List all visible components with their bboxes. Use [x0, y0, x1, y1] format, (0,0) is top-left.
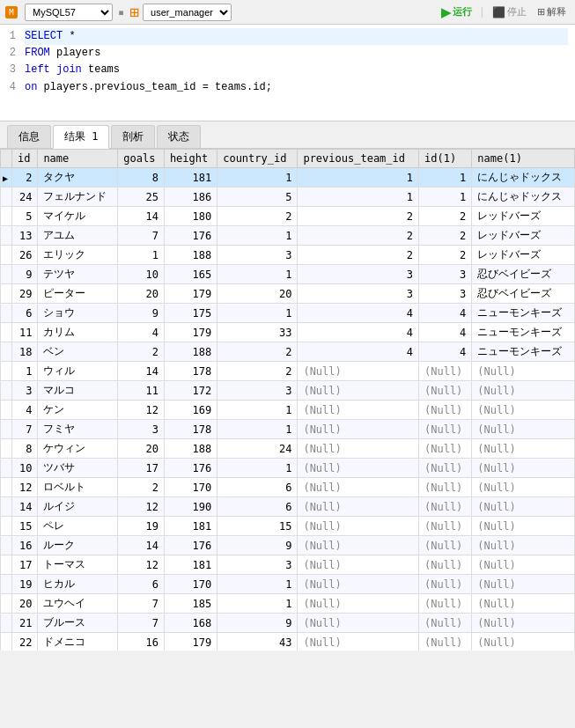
col-name[interactable]: name	[38, 150, 118, 168]
col-id1[interactable]: id(1)	[419, 150, 472, 168]
code-content[interactable]: SELECT * FROM players left join teams on…	[25, 28, 568, 96]
line-numbers: 1 2 3 4	[7, 28, 25, 96]
col-goals[interactable]: goals	[118, 150, 165, 168]
cell-id1: 1	[419, 188, 472, 207]
tab-results[interactable]: 结果 1	[53, 125, 109, 149]
table-row[interactable]: 17 トーマス 12 181 3 (Null) (Null) (Null)	[1, 555, 575, 575]
col-id[interactable]: id	[12, 150, 38, 168]
cell-id: 20	[12, 594, 38, 614]
cell-name1: (Null)	[472, 575, 575, 594]
cell-goals: 7	[118, 594, 165, 614]
cell-height: 178	[164, 362, 217, 381]
cell-name: エリック	[38, 246, 118, 265]
table-row[interactable]: 29 ピーター 20 179 20 3 3 忍びベイビーズ	[1, 284, 575, 304]
table-row[interactable]: 15 ペレ 19 181 15 (Null) (Null) (Null)	[1, 517, 575, 536]
row-indicator	[1, 342, 12, 362]
sql-editor[interactable]: 1 2 3 4 SELECT * FROM players left join …	[0, 25, 575, 121]
cell-country-id: 2	[217, 362, 298, 381]
tab-info[interactable]: 信息	[7, 125, 51, 148]
cell-country-id: 3	[217, 381, 298, 401]
toolbar: M MySQL57 ▪ ⊞ user_manager ▶ 运行 | ⬛ 停止 ⊞…	[0, 0, 575, 25]
tab-profiling[interactable]: 剖析	[111, 125, 155, 148]
cell-height: 172	[164, 381, 217, 401]
table-row[interactable]: 18 ベン 2 188 2 4 4 ニューモンキーズ	[1, 342, 575, 362]
cell-name1: (Null)	[472, 420, 575, 439]
cell-height: 168	[164, 614, 217, 633]
col-country-id[interactable]: country_id	[217, 150, 298, 168]
cell-goals: 14	[118, 536, 165, 555]
table-row[interactable]: 22 ドメニコ 16 179 43 (Null) (Null) (Null)	[1, 633, 575, 651]
table-row[interactable]: 21 ブルース 7 168 9 (Null) (Null) (Null)	[1, 614, 575, 633]
table-row[interactable]: 7 フミヤ 3 178 1 (Null) (Null) (Null)	[1, 420, 575, 439]
row-indicator	[1, 323, 12, 342]
table-row[interactable]: 26 エリック 1 188 3 2 2 レッドバーズ	[1, 246, 575, 265]
cell-name1: ニューモンキーズ	[472, 304, 575, 323]
cell-id1: (Null)	[419, 594, 472, 614]
cell-goals: 12	[118, 401, 165, 420]
cell-name1: (Null)	[472, 362, 575, 381]
cell-id: 11	[12, 323, 38, 342]
table-row[interactable]: 12 ロベルト 2 170 6 (Null) (Null) (Null)	[1, 478, 575, 497]
table-row[interactable]: 1 ウィル 14 178 2 (Null) (Null) (Null)	[1, 362, 575, 381]
row-indicator	[1, 439, 12, 459]
cell-id1: (Null)	[419, 536, 472, 555]
cell-id1: 2	[419, 226, 472, 246]
table-row[interactable]: 20 ユウヘイ 7 185 1 (Null) (Null) (Null)	[1, 594, 575, 614]
col-name1[interactable]: name(1)	[472, 150, 575, 168]
table-row[interactable]: 9 テツヤ 10 165 1 3 3 忍びベイビーズ	[1, 265, 575, 284]
table-row[interactable]: ▶ 2 タクヤ 8 181 1 1 1 にんじゃドックス	[1, 168, 575, 188]
stop-button[interactable]: ⬛ 停止	[489, 4, 530, 20]
cell-country-id: 15	[217, 517, 298, 536]
col-height[interactable]: height	[164, 150, 217, 168]
table-row[interactable]: 3 マルコ 11 172 3 (Null) (Null) (Null)	[1, 381, 575, 401]
tab-status[interactable]: 状态	[157, 125, 201, 148]
cell-id1: 3	[419, 284, 472, 304]
table-row[interactable]: 11 カリム 4 179 33 4 4 ニューモンキーズ	[1, 323, 575, 342]
cell-name1: にんじゃドックス	[472, 188, 575, 207]
cell-name1: (Null)	[472, 536, 575, 555]
run-button[interactable]: ▶ 运行	[438, 4, 475, 21]
cell-id: 24	[12, 188, 38, 207]
table-row[interactable]: 24 フェルナンド 25 186 5 1 1 にんじゃドックス	[1, 188, 575, 207]
cell-height: 169	[164, 401, 217, 420]
cell-id1: (Null)	[419, 478, 472, 497]
table-row[interactable]: 13 アユム 7 176 1 2 2 レッドバーズ	[1, 226, 575, 246]
cell-id: 19	[12, 575, 38, 594]
cell-height: 175	[164, 304, 217, 323]
cell-name1: (Null)	[472, 594, 575, 614]
cell-height: 181	[164, 555, 217, 575]
cell-prev-team: (Null)	[298, 594, 419, 614]
cell-id1: (Null)	[419, 633, 472, 651]
table-row[interactable]: 4 ケン 12 169 1 (Null) (Null) (Null)	[1, 401, 575, 420]
cell-height: 165	[164, 265, 217, 284]
col-indicator	[1, 150, 12, 168]
table-row[interactable]: 8 ケウィン 20 188 24 (Null) (Null) (Null)	[1, 439, 575, 459]
cell-height: 179	[164, 323, 217, 342]
cell-name1: にんじゃドックス	[472, 168, 575, 188]
row-indicator	[1, 207, 12, 226]
table-row[interactable]: 19 ヒカル 6 170 1 (Null) (Null) (Null)	[1, 575, 575, 594]
results-area[interactable]: id name goals height country_id previous…	[0, 149, 575, 651]
cell-id: 18	[12, 342, 38, 362]
table-row[interactable]: 6 ショウ 9 175 1 4 4 ニューモンキーズ	[1, 304, 575, 323]
cell-country-id: 33	[217, 323, 298, 342]
schema-select[interactable]: user_manager	[143, 4, 232, 21]
row-indicator	[1, 284, 12, 304]
table-row[interactable]: 16 ルーク 14 176 9 (Null) (Null) (Null)	[1, 536, 575, 555]
stop-icon: ⬛	[492, 6, 505, 18]
cell-id: 21	[12, 614, 38, 633]
cell-goals: 17	[118, 459, 165, 478]
explain-button[interactable]: ⊞ 解释	[534, 4, 570, 20]
cell-country-id: 3	[217, 246, 298, 265]
table-row[interactable]: 10 ツバサ 17 176 1 (Null) (Null) (Null)	[1, 459, 575, 478]
db-select[interactable]: MySQL57	[25, 4, 113, 21]
table-row[interactable]: 5 マイケル 14 180 2 2 2 レッドバーズ	[1, 207, 575, 226]
row-indicator	[1, 555, 12, 575]
row-indicator	[1, 497, 12, 517]
table-row[interactable]: 14 ルイジ 12 190 6 (Null) (Null) (Null)	[1, 497, 575, 517]
cell-name: テツヤ	[38, 265, 118, 284]
cell-id1: (Null)	[419, 362, 472, 381]
cell-id1: (Null)	[419, 401, 472, 420]
row-indicator	[1, 188, 12, 207]
col-prev-team[interactable]: previous_team_id	[298, 150, 419, 168]
